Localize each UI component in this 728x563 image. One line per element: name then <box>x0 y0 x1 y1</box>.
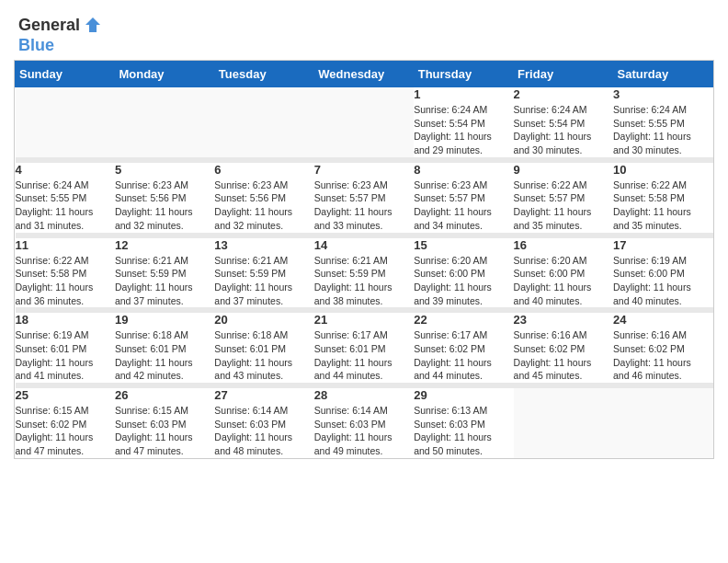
day-info: Sunrise: 6:20 AM Sunset: 6:00 PM Dayligh… <box>514 254 613 308</box>
day-cell <box>514 388 613 458</box>
day-cell: 18Sunrise: 6:19 AM Sunset: 6:01 PM Dayli… <box>16 313 115 383</box>
day-cell: 14Sunrise: 6:21 AM Sunset: 5:59 PM Dayli… <box>314 238 414 308</box>
day-info: Sunrise: 6:24 AM Sunset: 5:55 PM Dayligh… <box>16 178 115 233</box>
day-info: Sunrise: 6:18 AM Sunset: 6:01 PM Dayligh… <box>214 328 313 383</box>
day-info: Sunrise: 6:24 AM Sunset: 5:54 PM Dayligh… <box>514 103 613 157</box>
header: General Blue <box>0 0 728 60</box>
day-cell: 20Sunrise: 6:18 AM Sunset: 6:01 PM Dayli… <box>214 313 313 383</box>
day-info: Sunrise: 6:22 AM Sunset: 5:58 PM Dayligh… <box>16 254 115 308</box>
day-cell: 22Sunrise: 6:17 AM Sunset: 6:02 PM Dayli… <box>414 313 513 383</box>
logo-general-text: General <box>18 16 80 35</box>
day-number: 3 <box>613 87 712 101</box>
day-info: Sunrise: 6:20 AM Sunset: 6:00 PM Dayligh… <box>414 254 513 308</box>
day-header-thursday: Thursday <box>414 62 513 87</box>
day-info: Sunrise: 6:23 AM Sunset: 5:56 PM Dayligh… <box>115 178 214 233</box>
day-info: Sunrise: 6:21 AM Sunset: 5:59 PM Dayligh… <box>214 254 313 308</box>
day-info: Sunrise: 6:16 AM Sunset: 6:02 PM Dayligh… <box>514 328 613 383</box>
day-number: 8 <box>414 163 513 177</box>
day-cell <box>115 87 214 157</box>
day-cell: 11Sunrise: 6:22 AM Sunset: 5:58 PM Dayli… <box>16 238 115 308</box>
day-info: Sunrise: 6:19 AM Sunset: 6:01 PM Dayligh… <box>16 328 115 383</box>
day-cell: 3Sunrise: 6:24 AM Sunset: 5:55 PM Daylig… <box>613 87 712 157</box>
day-number: 12 <box>115 238 214 252</box>
week-row: 4Sunrise: 6:24 AM Sunset: 5:55 PM Daylig… <box>16 163 713 233</box>
day-number: 2 <box>514 87 613 101</box>
day-number: 22 <box>414 313 513 327</box>
day-info: Sunrise: 6:23 AM Sunset: 5:56 PM Dayligh… <box>214 178 313 233</box>
day-info: Sunrise: 6:21 AM Sunset: 5:59 PM Dayligh… <box>314 254 414 308</box>
day-number: 5 <box>115 163 214 177</box>
day-info: Sunrise: 6:13 AM Sunset: 6:03 PM Dayligh… <box>414 404 513 458</box>
calendar-body: 1Sunrise: 6:24 AM Sunset: 5:54 PM Daylig… <box>16 87 713 458</box>
day-info: Sunrise: 6:22 AM Sunset: 5:58 PM Dayligh… <box>613 178 712 233</box>
calendar-container: SundayMondayTuesdayWednesdayThursdayFrid… <box>14 60 714 459</box>
day-number: 18 <box>16 313 115 327</box>
day-number: 13 <box>214 238 313 252</box>
day-cell: 5Sunrise: 6:23 AM Sunset: 5:56 PM Daylig… <box>115 163 214 233</box>
day-info: Sunrise: 6:23 AM Sunset: 5:57 PM Dayligh… <box>414 178 513 233</box>
day-cell: 7Sunrise: 6:23 AM Sunset: 5:57 PM Daylig… <box>314 163 414 233</box>
day-cell <box>214 87 313 157</box>
day-info: Sunrise: 6:24 AM Sunset: 5:54 PM Dayligh… <box>414 103 513 157</box>
week-row: 1Sunrise: 6:24 AM Sunset: 5:54 PM Daylig… <box>16 87 713 157</box>
day-number: 24 <box>613 313 712 327</box>
week-row: 18Sunrise: 6:19 AM Sunset: 6:01 PM Dayli… <box>16 313 713 383</box>
day-number: 28 <box>314 388 414 402</box>
day-header-saturday: Saturday <box>613 62 712 87</box>
day-number: 7 <box>314 163 414 177</box>
day-info: Sunrise: 6:16 AM Sunset: 6:02 PM Dayligh… <box>613 328 712 383</box>
day-number: 11 <box>16 238 115 252</box>
day-number: 25 <box>16 388 115 402</box>
week-row: 25Sunrise: 6:15 AM Sunset: 6:02 PM Dayli… <box>16 388 713 458</box>
day-info: Sunrise: 6:23 AM Sunset: 5:57 PM Dayligh… <box>314 178 414 233</box>
day-cell: 27Sunrise: 6:14 AM Sunset: 6:03 PM Dayli… <box>214 388 313 458</box>
logo-blue-text: Blue <box>18 36 54 55</box>
day-info: Sunrise: 6:24 AM Sunset: 5:55 PM Dayligh… <box>613 103 712 157</box>
day-info: Sunrise: 6:17 AM Sunset: 6:02 PM Dayligh… <box>414 328 513 383</box>
day-cell: 1Sunrise: 6:24 AM Sunset: 5:54 PM Daylig… <box>414 87 513 157</box>
day-number: 20 <box>214 313 313 327</box>
day-number: 27 <box>214 388 313 402</box>
day-info: Sunrise: 6:19 AM Sunset: 6:00 PM Dayligh… <box>613 254 712 308</box>
day-info: Sunrise: 6:15 AM Sunset: 6:03 PM Dayligh… <box>115 404 214 458</box>
day-number: 17 <box>613 238 712 252</box>
day-info: Sunrise: 6:14 AM Sunset: 6:03 PM Dayligh… <box>214 404 313 458</box>
day-info: Sunrise: 6:17 AM Sunset: 6:01 PM Dayligh… <box>314 328 414 383</box>
calendar-table: SundayMondayTuesdayWednesdayThursdayFrid… <box>15 61 713 458</box>
day-info: Sunrise: 6:14 AM Sunset: 6:03 PM Dayligh… <box>314 404 414 458</box>
day-header-friday: Friday <box>514 62 613 87</box>
week-row: 11Sunrise: 6:22 AM Sunset: 5:58 PM Dayli… <box>16 238 713 308</box>
day-cell <box>16 87 115 157</box>
day-cell: 21Sunrise: 6:17 AM Sunset: 6:01 PM Dayli… <box>314 313 414 383</box>
day-info: Sunrise: 6:15 AM Sunset: 6:02 PM Dayligh… <box>16 404 115 458</box>
logo-icon <box>82 14 104 36</box>
day-cell: 28Sunrise: 6:14 AM Sunset: 6:03 PM Dayli… <box>314 388 414 458</box>
day-info: Sunrise: 6:21 AM Sunset: 5:59 PM Dayligh… <box>115 254 214 308</box>
day-header-monday: Monday <box>115 62 214 87</box>
day-cell: 23Sunrise: 6:16 AM Sunset: 6:02 PM Dayli… <box>514 313 613 383</box>
day-number: 6 <box>214 163 313 177</box>
day-cell: 17Sunrise: 6:19 AM Sunset: 6:00 PM Dayli… <box>613 238 712 308</box>
day-number: 19 <box>115 313 214 327</box>
day-cell: 29Sunrise: 6:13 AM Sunset: 6:03 PM Dayli… <box>414 388 513 458</box>
day-number: 23 <box>514 313 613 327</box>
day-cell: 6Sunrise: 6:23 AM Sunset: 5:56 PM Daylig… <box>214 163 313 233</box>
day-cell: 25Sunrise: 6:15 AM Sunset: 6:02 PM Dayli… <box>16 388 115 458</box>
days-header-row: SundayMondayTuesdayWednesdayThursdayFrid… <box>16 62 713 87</box>
day-number: 29 <box>414 388 513 402</box>
day-cell: 10Sunrise: 6:22 AM Sunset: 5:58 PM Dayli… <box>613 163 712 233</box>
day-header-wednesday: Wednesday <box>314 62 414 87</box>
day-header-tuesday: Tuesday <box>214 62 313 87</box>
day-info: Sunrise: 6:18 AM Sunset: 6:01 PM Dayligh… <box>115 328 214 383</box>
day-header-sunday: Sunday <box>16 62 115 87</box>
day-cell <box>314 87 414 157</box>
day-number: 16 <box>514 238 613 252</box>
day-cell: 13Sunrise: 6:21 AM Sunset: 5:59 PM Dayli… <box>214 238 313 308</box>
day-number: 10 <box>613 163 712 177</box>
day-cell: 15Sunrise: 6:20 AM Sunset: 6:00 PM Dayli… <box>414 238 513 308</box>
day-cell: 12Sunrise: 6:21 AM Sunset: 5:59 PM Dayli… <box>115 238 214 308</box>
day-cell: 19Sunrise: 6:18 AM Sunset: 6:01 PM Dayli… <box>115 313 214 383</box>
day-info: Sunrise: 6:22 AM Sunset: 5:57 PM Dayligh… <box>514 178 613 233</box>
day-cell: 4Sunrise: 6:24 AM Sunset: 5:55 PM Daylig… <box>16 163 115 233</box>
day-number: 14 <box>314 238 414 252</box>
